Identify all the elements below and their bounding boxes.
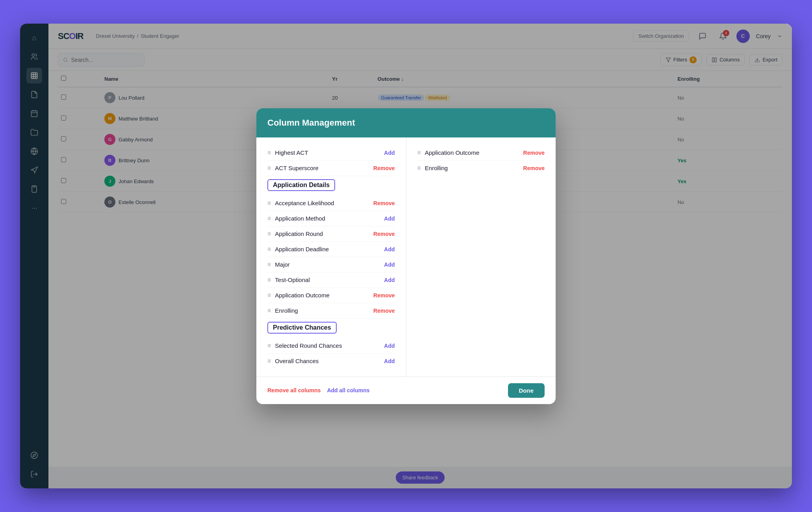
column-label: ≡ ACT Superscore (267, 165, 319, 172)
remove-link[interactable]: Remove (373, 292, 395, 299)
column-row: ≡ Overall Chances Add (267, 354, 395, 369)
done-button[interactable]: Done (508, 383, 545, 398)
drag-handle-icon: ≡ (267, 165, 271, 172)
section-header: Application Details (267, 179, 335, 191)
column-label: ≡ Selected Round Chances (267, 342, 342, 349)
drag-handle-icon: ≡ (267, 307, 271, 314)
column-row: ≡ Application Outcome Remove (267, 288, 395, 303)
remove-link[interactable]: Remove (373, 308, 395, 314)
add-link[interactable]: Add (384, 150, 395, 156)
column-row: ≡ Enrolling Remove (267, 303, 395, 319)
drag-handle-icon: ≡ (267, 276, 271, 284)
column-row: ≡ Application Outcome Remove (417, 145, 545, 161)
column-row: ≡ Application Round Remove (267, 226, 395, 242)
column-row: ≡ Acceptance Likelihood Remove (267, 196, 395, 211)
drag-handle-icon: ≡ (417, 149, 421, 156)
drag-handle-icon: ≡ (267, 200, 271, 207)
drag-handle-icon: ≡ (267, 230, 271, 237)
column-label: ≡ Highest ACT (267, 149, 308, 156)
column-label: ≡ Enrolling (267, 307, 298, 314)
footer-links: Remove all columns Add all columns (267, 387, 370, 393)
column-label: ≡ Application Method (267, 215, 325, 222)
column-row: ≡ ACT Superscore Remove (267, 161, 395, 176)
app-container: ⌂ ··· (20, 24, 792, 488)
drag-handle-icon: ≡ (267, 292, 271, 299)
column-label: ≡ Major (267, 261, 290, 268)
column-row: ≡ Selected Round Chances Add (267, 338, 395, 354)
drag-handle-icon: ≡ (267, 246, 271, 253)
column-row: ≡ Application Method Add (267, 211, 395, 226)
column-label: ≡ Application Outcome (267, 292, 330, 299)
remove-link[interactable]: Remove (523, 150, 545, 156)
column-label: ≡ Application Deadline (267, 246, 329, 253)
add-link[interactable]: Add (384, 358, 395, 364)
column-label: ≡ Enrolling (417, 165, 448, 172)
column-row: ≡ Application Deadline Add (267, 242, 395, 257)
remove-link[interactable]: Remove (373, 200, 395, 206)
modal-left-panel: ≡ Highest ACT Add ≡ ACT Superscore Remov… (256, 137, 406, 377)
add-link[interactable]: Add (384, 277, 395, 283)
drag-handle-icon: ≡ (267, 215, 271, 222)
column-row: ≡ Highest ACT Add (267, 145, 395, 161)
column-label: ≡ Overall Chances (267, 358, 319, 365)
add-all-link[interactable]: Add all columns (327, 387, 369, 393)
add-link[interactable]: Add (384, 343, 395, 349)
remove-link[interactable]: Remove (523, 165, 545, 171)
column-label: ≡ Application Outcome (417, 149, 480, 156)
column-row: ≡ Enrolling Remove (417, 161, 545, 176)
column-label: ≡ Acceptance Likelihood (267, 200, 334, 207)
modal-title: Column Management (267, 118, 545, 128)
modal-overlay[interactable]: Column Management ≡ Highest ACT Add ≡ AC… (20, 24, 792, 488)
modal-footer: Remove all columns Add all columns Done (256, 377, 556, 404)
modal-right-panel: ≡ Application Outcome Remove ≡ Enrolling… (406, 137, 556, 377)
add-link[interactable]: Add (384, 215, 395, 222)
modal-header: Column Management (256, 108, 556, 137)
column-row: ≡ Major Add (267, 257, 395, 273)
drag-handle-icon: ≡ (267, 261, 271, 268)
column-label: ≡ Application Round (267, 230, 323, 237)
modal-body: ≡ Highest ACT Add ≡ ACT Superscore Remov… (256, 137, 556, 377)
add-link[interactable]: Add (384, 262, 395, 268)
drag-handle-icon: ≡ (267, 358, 271, 365)
remove-all-link[interactable]: Remove all columns (267, 387, 321, 393)
remove-link[interactable]: Remove (373, 231, 395, 237)
remove-link[interactable]: Remove (373, 165, 395, 171)
drag-handle-icon: ≡ (267, 342, 271, 349)
drag-handle-icon: ≡ (267, 149, 271, 156)
section-header: Predictive Chances (267, 322, 337, 334)
column-label: ≡ Test-Optional (267, 276, 310, 284)
add-link[interactable]: Add (384, 246, 395, 252)
column-management-modal: Column Management ≡ Highest ACT Add ≡ AC… (256, 108, 556, 404)
column-row: ≡ Test-Optional Add (267, 273, 395, 288)
drag-handle-icon: ≡ (417, 165, 421, 172)
